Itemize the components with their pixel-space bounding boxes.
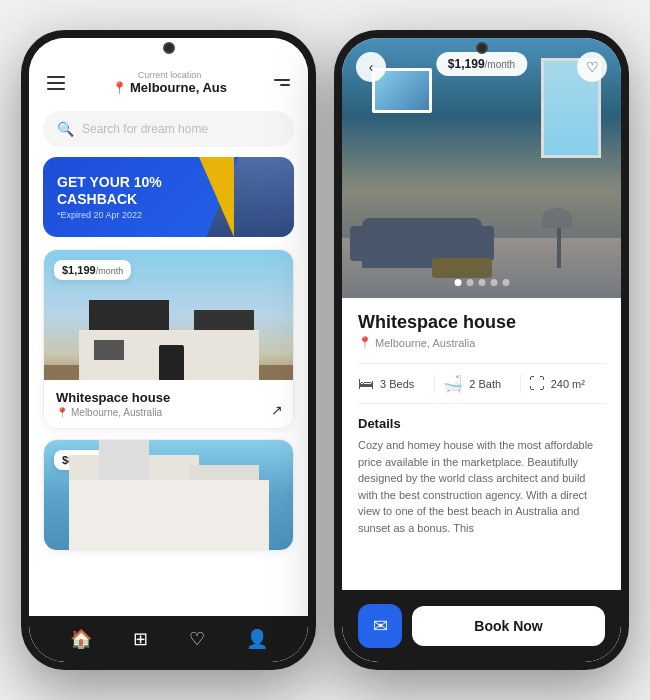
yellow-decoration [199, 157, 234, 237]
bath-icon: 🛁 [443, 374, 463, 393]
search-bar[interactable]: 🔍 Search for dream home [43, 111, 294, 147]
cashback-text: GET YOUR 10%CASHBACK *Expired 20 Apr 202… [57, 174, 162, 221]
property-name-1: Whitespace house [56, 390, 281, 405]
camera-notch [163, 42, 175, 54]
detail-title: Whitespace house [358, 312, 605, 333]
cashback-title: GET YOUR 10%CASHBACK [57, 174, 162, 208]
menu-button[interactable] [47, 76, 65, 90]
feature-beds: 🛏 3 Beds [358, 374, 434, 393]
nav-profile[interactable]: 👤 [246, 628, 268, 650]
location-label: Current location [112, 70, 227, 80]
camera-notch-right [476, 42, 488, 54]
filter-button[interactable] [274, 79, 290, 86]
hero-price-badge: $1,199/month [436, 52, 527, 76]
bottom-nav: 🏠 ⊞ ♡ 👤 [29, 616, 308, 662]
cashback-subtitle: *Expired 20 Apr 2022 [57, 210, 162, 220]
location-name: 📍 Melbourne, Aus [112, 80, 227, 95]
nav-home[interactable]: 🏠 [70, 628, 92, 650]
location-block[interactable]: Current location 📍 Melbourne, Aus [112, 70, 227, 95]
property-card-1[interactable]: $1,199/month Whitespace house [43, 249, 294, 429]
cashback-banner[interactable]: GET YOUR 10%CASHBACK *Expired 20 Apr 202… [43, 157, 294, 237]
detail-location-icon: 📍 [358, 336, 372, 349]
message-button[interactable]: ✉ [358, 604, 402, 648]
arrow-icon-1: ↗ [271, 402, 283, 418]
right-bottom-bar: ✉ Book Now [342, 590, 621, 662]
feature-area: ⛶ 240 m² [520, 374, 605, 393]
area-icon: ⛶ [529, 375, 545, 393]
dot-5[interactable] [502, 279, 509, 286]
property-location-1: 📍 Melbourne, Australia [56, 407, 281, 418]
hero-image: ‹ $1,199/month ♡ [342, 38, 621, 298]
price-badge-1: $1,199/month [54, 260, 131, 280]
search-placeholder: Search for dream home [82, 122, 208, 136]
detail-content: Whitespace house 📍 Melbourne, Australia … [342, 298, 621, 590]
carousel-dots [454, 279, 509, 286]
right-phone: ‹ $1,199/month ♡ Whitespace house 📍 Melb… [334, 30, 629, 670]
dot-3[interactable] [478, 279, 485, 286]
property-image-1: $1,199/month [44, 250, 293, 380]
dot-1[interactable] [454, 279, 461, 286]
dot-4[interactable] [490, 279, 497, 286]
house-illustration-1 [44, 290, 293, 380]
property-image-2: $850/month [44, 440, 293, 550]
feature-baths: 🛁 2 Bath [434, 374, 519, 393]
location-pin-icon: 📍 [112, 81, 127, 95]
nav-heart[interactable]: ♡ [189, 628, 205, 650]
book-button[interactable]: Book Now [412, 606, 605, 646]
property-card-2[interactable]: $850/month [43, 439, 294, 551]
back-button[interactable]: ‹ [356, 52, 386, 82]
details-label: Details [358, 416, 605, 431]
detail-location: 📍 Melbourne, Australia [358, 336, 605, 349]
bed-icon: 🛏 [358, 375, 374, 393]
house-illustration-2 [44, 460, 293, 550]
dot-2[interactable] [466, 279, 473, 286]
favorite-button[interactable]: ♡ [577, 52, 607, 82]
property-info-1: Whitespace house 📍 Melbourne, Australia … [44, 380, 293, 428]
nav-grid[interactable]: ⊞ [133, 628, 148, 650]
left-phone: Current location 📍 Melbourne, Aus 🔍 Sear… [21, 30, 316, 670]
details-text: Cozy and homey house with the most affor… [358, 437, 605, 536]
location-icon-1: 📍 [56, 407, 68, 418]
search-icon: 🔍 [57, 121, 74, 137]
features-row: 🛏 3 Beds 🛁 2 Bath ⛶ 240 m² [358, 363, 605, 404]
details-section: Details Cozy and homey house with the mo… [358, 416, 605, 536]
